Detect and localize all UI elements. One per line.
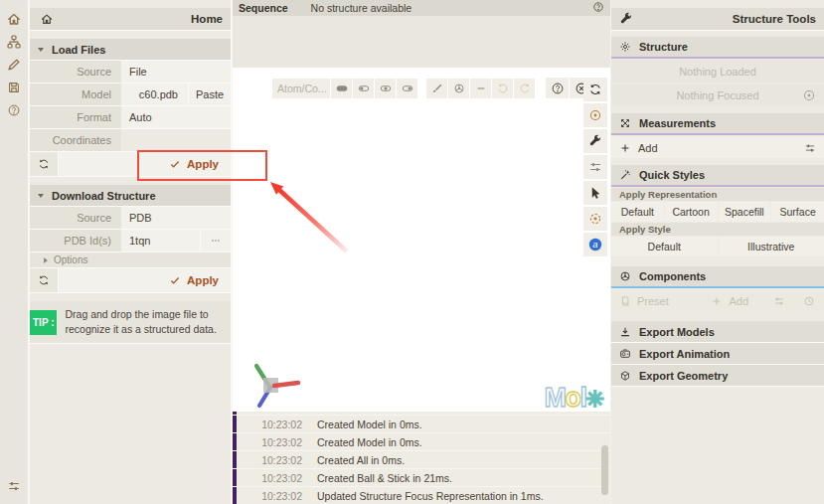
right-panel-header: Structure Tools [611,8,824,31]
download-structure-section-header[interactable]: Download Structure [30,185,231,207]
molstar-logo: Mol✳ [545,385,604,412]
home-icon[interactable] [38,11,56,27]
log-row: 10:23:02 Updated Structure Focus Represe… [233,487,610,504]
representation-spacefill-button[interactable]: Spacefill [719,202,771,222]
granularity-center-icon[interactable] [375,79,396,98]
coordinates-label: Coordinates [30,129,121,151]
quick-styles-section-header[interactable]: Quick Styles [611,165,824,187]
granularity-right-icon[interactable] [397,79,417,98]
viewport-3d[interactable]: Atom/Co... a [233,68,610,412]
subtract-icon[interactable] [470,79,491,98]
brush-icon[interactable] [426,79,447,98]
focus-target-icon[interactable] [802,88,816,102]
load-files-section-header[interactable]: Load Files [30,39,231,61]
export-animation-title: Export Animation [639,348,730,360]
model-row: Model c60.pdb Paste [30,84,231,106]
settings-sliders-icon[interactable] [5,478,23,494]
home-icon[interactable] [5,11,23,27]
viewport-toolbar: Atom/Co... [272,78,593,98]
quick-styles-title: Quick Styles [639,169,705,181]
pdb-ids-row: PDB Id(s) 1tqn [30,230,231,252]
paste-button[interactable]: Paste [188,84,231,105]
style-buttons: Default Illustrative [611,237,824,256]
selection-cursor-icon[interactable] [583,181,607,205]
refresh-icon[interactable] [30,268,58,292]
components-wheel-icon [619,270,631,282]
picking-level-dropdown[interactable]: Atom/Co... [272,79,330,98]
export-models-section[interactable]: Export Models [611,321,824,343]
history-undo-icon[interactable] [492,79,513,98]
nothing-loaded-label: Nothing Loaded [679,66,756,78]
refresh-icon[interactable] [30,152,58,176]
log-time: 10:23:02 [237,419,302,430]
options-label: Options [54,254,87,265]
measurements-title: Measurements [639,117,716,129]
screenshot-icon[interactable] [583,103,607,127]
structure-section-header[interactable]: Structure [611,37,824,59]
tip-box: TIP : Drag and drop the image file to re… [30,301,231,344]
log-message: Created Ball & Stick in 21ms. [317,472,452,484]
plus-icon [711,295,723,307]
representation-buttons: Default Cartoon Spacefill Surface [611,202,824,222]
preset-button[interactable]: Preset [611,295,695,307]
controls-wrench-icon[interactable] [583,129,607,153]
log-message: Created All in 0ms. [317,454,405,466]
sliders-icon[interactable] [804,142,816,154]
reset-camera-icon[interactable] [583,78,607,101]
help-icon[interactable] [5,102,23,118]
components-section-header[interactable]: Components [611,266,824,288]
coordinates-row: Coordinates Select a file... [30,129,231,152]
download-apply-button[interactable]: Apply [58,268,231,292]
plus-icon [619,142,631,154]
format-select[interactable]: Auto [121,106,231,128]
help-icon[interactable] [592,1,604,13]
svg-text:a: a [592,239,597,250]
ellipsis-icon[interactable] [200,230,231,252]
load-files-title: Load Files [52,44,105,56]
download-source-row: Source PDB [30,207,231,230]
measurements-section-header[interactable]: Measurements [611,113,824,135]
tip-badge: TIP : [30,310,57,335]
book-icon [619,295,631,307]
left-panel: Home Load Files Source File Model c60.pd… [30,0,232,504]
style-default-button[interactable]: Default [611,237,718,256]
download-apply-row: Apply [30,268,231,293]
help-icon[interactable] [546,78,569,98]
representation-surface-button[interactable]: Surface [771,202,824,222]
export-geometry-section[interactable]: Export Geometry [611,365,824,387]
history-clock-icon[interactable] [794,295,824,307]
draw-icon[interactable] [5,57,23,73]
granularity-left-icon[interactable] [353,79,374,98]
log-row: 10:23:02 Created All in 0ms. [233,451,610,468]
state-tree-icon[interactable] [5,34,23,50]
focus-dashed-icon[interactable] [583,207,607,231]
log-scrollbar[interactable] [601,445,608,495]
options-toggle[interactable]: Options [30,252,231,268]
axes-gizmo[interactable] [247,358,302,414]
save-state-icon[interactable] [5,80,23,95]
style-illustrative-button[interactable]: Illustrative [719,237,824,256]
left-panel-title: Home [56,13,223,25]
download-source-select[interactable]: PDB [121,207,231,229]
export-animation-section[interactable]: Export Animation [611,343,824,365]
theme-wheel-icon[interactable] [448,79,469,98]
sliders-icon[interactable] [764,295,794,307]
representation-cartoon-button[interactable]: Cartoon [665,202,718,222]
video-camera-icon [619,348,631,360]
preset-label: Preset [637,295,669,307]
assistant-icon[interactable]: a [583,233,607,256]
history-redo-icon[interactable] [514,79,535,98]
add-measurement-button[interactable]: Add [611,137,824,158]
model-label: Model [30,84,121,105]
source-label: Source [30,61,121,83]
model-file-value[interactable]: c60.pdb [121,84,188,105]
caret-down-icon [38,48,44,52]
log-row-partial [233,412,610,415]
pdb-ids-input[interactable]: 1tqn [121,230,200,252]
load-files-apply-button[interactable]: Apply [58,152,231,176]
representation-default-button[interactable]: Default [611,202,664,222]
settings-sliders-icon[interactable] [583,155,607,179]
add-component-button[interactable]: Add [695,295,764,307]
granularity-full-icon[interactable] [331,79,352,98]
source-select[interactable]: File [121,61,231,83]
